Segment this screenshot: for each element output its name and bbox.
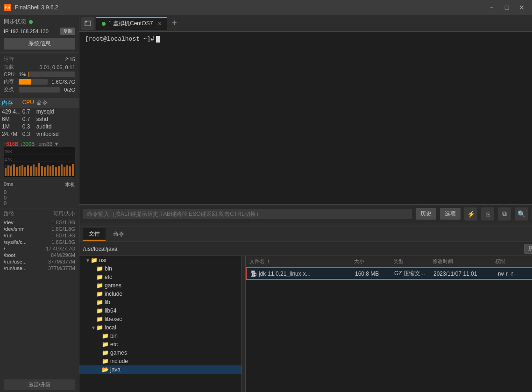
- file-row-selected[interactable]: 🗜 jdk-11.0.21_linux-x... 160.8 MB GZ 压缩文…: [246, 267, 532, 280]
- expand-icon-local[interactable]: ▼: [91, 325, 96, 330]
- resize-handle[interactable]: · · · · ·: [79, 223, 532, 227]
- tree-label-local: local: [105, 324, 116, 331]
- cpu-bar-fill: [28, 71, 28, 77]
- proc-row-0[interactable]: 429.4... 0.7 mysqld: [0, 108, 79, 115]
- tree-item-lib[interactable]: 📁 lib: [79, 298, 241, 306]
- tree-label-java: java: [110, 366, 121, 373]
- tree-item-local[interactable]: ▼ 📁 local: [79, 323, 241, 332]
- path-name-5: /boot: [4, 252, 15, 258]
- copy-button[interactable]: ⎘: [481, 207, 494, 221]
- file-history-button[interactable]: 历史: [524, 244, 532, 254]
- cpu-value: 1%: [19, 71, 26, 77]
- lightning-button[interactable]: ⚡: [464, 207, 477, 221]
- path-name-7: /run/use...: [4, 265, 27, 271]
- col-name-label: 文件名: [249, 258, 265, 264]
- tree-item-games1[interactable]: 📁 games: [79, 281, 241, 290]
- path-name-1: /dev/shm: [4, 226, 25, 232]
- latency-val-1: 0: [4, 195, 75, 200]
- copy-ip-button[interactable]: 复制: [60, 28, 75, 35]
- close-button[interactable]: ✕: [515, 1, 528, 14]
- file-browser: /usr/local/java 历史 ↻ ↑ ↑ ▼ 📁 usr: [79, 242, 532, 392]
- tree-label-games2: games: [110, 349, 127, 356]
- tree-label-etc1: etc: [105, 274, 112, 280]
- col-header-size[interactable]: 大小: [354, 258, 391, 265]
- path-section: 路径 可用/大小 /dev 1.8G/1.8G /dev/shm 1.8G/1.…: [0, 208, 79, 378]
- tree-item-etc1[interactable]: 📁 etc: [79, 273, 241, 281]
- search-button[interactable]: 🔍: [515, 207, 528, 221]
- network-chart-svg: 39K 27K 13K: [4, 147, 75, 177]
- net-iface[interactable]: ens33 ▼: [38, 141, 59, 147]
- sync-label: 同步状态: [4, 18, 26, 26]
- folder-icon-lib64: 📁: [96, 307, 103, 314]
- tree-item-libexec[interactable]: 📁 libexec: [79, 315, 241, 323]
- proc-row-2[interactable]: 1M 0.3 auditd: [0, 123, 79, 130]
- tree-item-bin2[interactable]: 📁 bin: [79, 332, 241, 340]
- tree-item-include1[interactable]: 📁 include: [79, 290, 241, 298]
- tree-item-include2[interactable]: 📁 include: [79, 357, 241, 365]
- minimize-button[interactable]: －: [485, 1, 498, 14]
- latency-label: 0ms: [4, 181, 14, 188]
- activate-button[interactable]: 激活/升级: [4, 379, 75, 390]
- tree-item-lib64[interactable]: 📁 lib64: [79, 306, 241, 315]
- paste-button[interactable]: ⧉: [498, 207, 511, 221]
- tree-item-games2[interactable]: 📁 games: [79, 349, 241, 357]
- tab-bar: 1 虚拟机CentOS7 × + ⊞ ≡: [79, 15, 532, 32]
- tree-item-usr[interactable]: ▼ 📁 usr: [79, 256, 241, 264]
- svg-rect-22: [58, 166, 60, 176]
- col-header-type[interactable]: 类型: [393, 258, 431, 265]
- command-input[interactable]: [83, 209, 412, 219]
- proc-row-1[interactable]: 6M 0.7 sshd: [0, 115, 79, 123]
- path-item-0: /dev 1.8G/1.8G: [4, 219, 75, 226]
- network-section: ↑816B ↓300B ens33 ▼: [0, 139, 79, 179]
- cmd-tab[interactable]: 命令: [107, 228, 130, 240]
- app-icon: FS: [4, 4, 11, 11]
- expand-icon-usr[interactable]: ▼: [85, 258, 91, 263]
- tree-label-lib64: lib64: [105, 307, 116, 314]
- tree-label-etc2: etc: [110, 341, 118, 348]
- history-button[interactable]: 历史: [416, 208, 436, 220]
- add-tab-button[interactable]: +: [169, 18, 180, 29]
- tree-item-java[interactable]: 📂 java: [79, 365, 241, 374]
- tree-item-bin1[interactable]: 📁 bin: [79, 264, 241, 273]
- command-input-bar: 历史 选项 ⚡ ⎘ ⧉ 🔍 ⚙ ↓ ⤢: [79, 204, 532, 223]
- tab-close-button[interactable]: ×: [157, 20, 161, 28]
- path-size-7: 377M/377M: [48, 265, 75, 271]
- options-button[interactable]: 选项: [440, 208, 461, 220]
- sys-info-button[interactable]: 系统信息: [4, 38, 75, 50]
- tree-item-etc2[interactable]: 📁 etc: [79, 340, 241, 349]
- proc-row-3[interactable]: 24.7M 0.3 vmtoolsd: [0, 130, 79, 138]
- main-tab[interactable]: 1 虚拟机CentOS7 ×: [96, 17, 167, 30]
- path-size-3: 1.8G/1.8G: [51, 239, 75, 245]
- tree-scrollbar[interactable]: [242, 256, 246, 392]
- col-header-perm[interactable]: 权限: [495, 258, 532, 265]
- process-section: 内存 CPU 命令 429.4... 0.7 mysqld 6M 0.7 ssh…: [0, 97, 79, 139]
- latency-rows: 0 0 0: [4, 189, 75, 206]
- svg-rect-16: [41, 166, 43, 176]
- swap-bar-container: [19, 87, 60, 93]
- uptime-value: 2:15: [65, 57, 75, 62]
- proc-cpu-0: 0.7: [22, 108, 36, 115]
- tab-label: 1 虚拟机CentOS7: [108, 20, 153, 28]
- swap-bar-row: 交换 0/2G: [4, 86, 75, 93]
- path-size-4: 17.4G/27.7G: [46, 246, 75, 251]
- terminal-cursor: [156, 36, 160, 43]
- path-item-4: / 17.4G/27.7G: [4, 245, 75, 252]
- maximize-button[interactable]: □: [500, 1, 513, 14]
- net-row: ↑816B ↓300B ens33 ▼: [4, 141, 75, 147]
- file-tree: ▼ 📁 usr 📁 bin: [79, 256, 242, 392]
- file-tab[interactable]: 文件: [83, 228, 106, 241]
- svg-rect-9: [21, 165, 23, 176]
- svg-rect-10: [24, 167, 26, 176]
- swap-detail: 0/2G: [64, 87, 75, 93]
- tab-nav-button[interactable]: [81, 17, 94, 30]
- col-header-name[interactable]: 文件名 ↑: [249, 258, 352, 265]
- path-item-5: /boot 84M/296M: [4, 252, 75, 258]
- col-header-mtime[interactable]: 修改时间: [433, 258, 493, 265]
- cpu-label: CPU: [4, 71, 17, 77]
- uptime-label: 运行: [4, 56, 18, 63]
- tree-label-include2: include: [110, 358, 128, 364]
- load-label: 负载: [4, 64, 18, 71]
- folder-icon-bin1: 📁: [96, 265, 103, 272]
- terminal[interactable]: [root@localhost ~]#: [79, 32, 532, 204]
- main-layout: 同步状态 IP 192.168.254.130 复制 系统信息 运行 2:15 …: [0, 15, 532, 392]
